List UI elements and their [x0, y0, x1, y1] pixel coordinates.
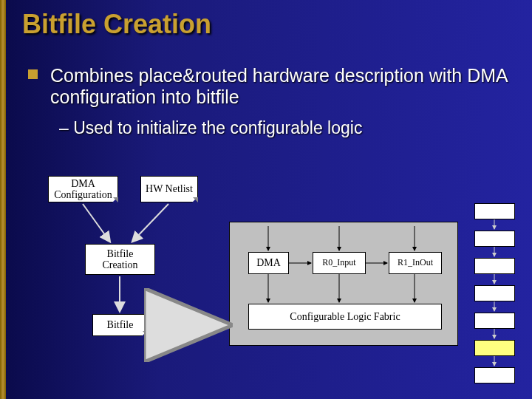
flow-step-7	[474, 367, 515, 383]
flow-step-1	[474, 203, 515, 219]
diagram-area: DMA Configuration HW Netlist Bitfile Cre…	[22, 170, 525, 388]
bullet-text: Combines place&routed hardware descripti…	[50, 65, 517, 108]
label: DMA	[256, 257, 281, 268]
svg-line-8	[83, 204, 109, 241]
label: R1_InOut	[398, 258, 433, 267]
slide: Bitfile Creation Combines place&routed h…	[0, 0, 532, 399]
flow-step-6-highlighted	[474, 340, 515, 356]
label: R0_Input	[322, 258, 355, 267]
label: Bitfile	[107, 319, 134, 330]
sub-bullet: – Used to initialize the configurable lo…	[59, 118, 362, 138]
box-bitfile: Bitfile	[92, 314, 148, 336]
flow-step-5	[474, 313, 515, 329]
label: Configurable Logic Fabric	[290, 311, 400, 322]
flow-step-4	[474, 285, 515, 301]
box-hw-netlist: HW Netlist	[140, 176, 198, 202]
box-bitfile-creation: Bitfile Creation	[85, 244, 155, 275]
label: HW Netlist	[146, 183, 193, 194]
box-r1: R1_InOut	[389, 252, 442, 274]
flow-step-3	[474, 258, 515, 274]
box-fabric: Configurable Logic Fabric	[248, 304, 442, 330]
svg-line-9	[133, 204, 168, 241]
hardware-panel: DMA R0_Input R1_InOut Configurable Logic…	[229, 222, 458, 346]
page-title: Bitfile Creation	[22, 9, 211, 40]
square-bullet-icon	[28, 69, 38, 79]
label: DMA Configuration	[54, 178, 112, 201]
box-dma-config: DMA Configuration	[48, 176, 118, 202]
flow-step-2	[474, 231, 515, 247]
label: Bitfile Creation	[102, 248, 137, 271]
box-r0: R0_Input	[313, 252, 366, 274]
bullet-main: Combines place&routed hardware descripti…	[28, 65, 517, 108]
left-stripe	[0, 0, 6, 399]
box-dma: DMA	[248, 252, 289, 274]
